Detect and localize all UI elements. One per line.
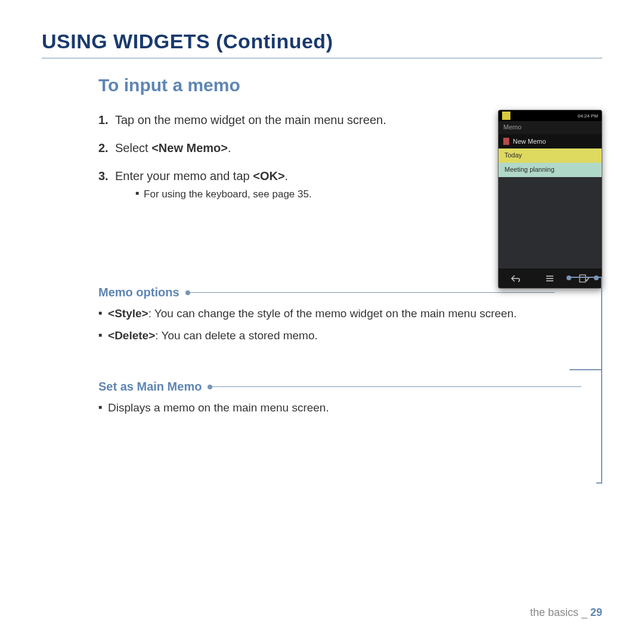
- phone-screenshot: 04:24 PM Memo New Memo Today Meeting pla…: [498, 110, 602, 289]
- option-style: ■ <Style>: You can change the style of t…: [98, 305, 602, 323]
- header-line: [212, 386, 581, 387]
- set-main-header: Set as Main Memo: [98, 380, 581, 394]
- menu-icon[interactable]: [538, 273, 562, 284]
- step-prefix: Enter your memo and tap: [115, 169, 253, 182]
- bullet-icon: ■: [135, 187, 139, 202]
- sub-bullet-text: For using the keyboard, see page 35.: [144, 187, 312, 202]
- step-suffix: .: [228, 141, 231, 154]
- phone-memo-row-today[interactable]: Today: [499, 148, 602, 163]
- step-suffix: .: [285, 169, 289, 182]
- memo-options-title: Memo options: [98, 286, 179, 299]
- status-time: 04:24 PM: [578, 113, 598, 119]
- content-area: To input a memo 1. Tap on the memo widge…: [42, 75, 602, 417]
- set-main-item: ■ Displays a memo on the main menu scree…: [98, 400, 602, 417]
- memo-options-header: Memo options: [98, 286, 555, 299]
- step-text: Enter your memo and tap <OK>. ■ For usin…: [115, 167, 468, 202]
- option-delete: ■ <Delete>: You can delete a stored memo…: [98, 327, 602, 345]
- page-title: USING WIDGETS (Continued): [42, 30, 602, 58]
- header-dot-icon: [185, 290, 190, 295]
- section-heading: To input a memo: [98, 75, 602, 95]
- option-text: <Delete>: You can delete a stored memo.: [108, 327, 602, 345]
- step-3: 3. Enter your memo and tap <OK>. ■ For u…: [98, 167, 468, 202]
- set-main-text: Displays a memo on the main menu screen.: [108, 400, 602, 417]
- set-main-list: ■ Displays a memo on the main menu scree…: [98, 400, 602, 417]
- footer-section: the basics: [530, 606, 578, 618]
- phone-memo-row-meeting[interactable]: Meeting planning: [499, 163, 602, 177]
- footer-page-number: 29: [590, 606, 602, 618]
- header-dot-icon: [208, 385, 212, 389]
- bullet-icon: ■: [98, 400, 102, 417]
- step-1: 1. Tap on the memo widget on the main me…: [98, 111, 468, 129]
- step-number: 1.: [98, 111, 115, 129]
- memo-options-list: ■ <Style>: You can change the style of t…: [98, 305, 602, 344]
- step-text: Tap on the memo widget on the main menu …: [115, 111, 468, 129]
- steps-list: 1. Tap on the memo widget on the main me…: [98, 111, 468, 202]
- memo-options-block: Memo options ■ <Style>: You can change t…: [98, 286, 602, 344]
- bullet-icon: ■: [98, 305, 102, 323]
- status-app-icon: [502, 112, 510, 120]
- step-bold: <New Memo>: [151, 141, 228, 154]
- header-line: [190, 292, 555, 293]
- bullet-icon: ■: [98, 327, 102, 345]
- step-number: 2.: [98, 139, 115, 157]
- step-text: Select <New Memo>.: [115, 139, 468, 157]
- page-footer: the basics _ 29: [530, 606, 602, 619]
- callout-line-set-main: [596, 278, 602, 484]
- new-memo-icon: [503, 138, 509, 145]
- step-bold: <OK>: [253, 169, 284, 182]
- sub-bullet: ■ For using the keyboard, see page 35.: [135, 187, 468, 202]
- step-prefix: Select: [115, 141, 151, 154]
- set-main-block: Set as Main Memo ■ Displays a memo on th…: [98, 380, 602, 417]
- option-text: <Style>: You can change the style of the…: [108, 305, 602, 323]
- set-main-title: Set as Main Memo: [98, 380, 202, 394]
- footer-sep: _: [578, 606, 590, 618]
- step-2: 2. Select <New Memo>.: [98, 139, 468, 157]
- new-memo-label: New Memo: [513, 138, 546, 145]
- phone-header: Memo: [499, 121, 602, 134]
- back-icon[interactable]: [504, 273, 528, 284]
- phone-new-memo-row[interactable]: New Memo: [499, 134, 602, 148]
- step-number: 3.: [98, 167, 115, 202]
- phone-status-bar: 04:24 PM: [499, 110, 602, 121]
